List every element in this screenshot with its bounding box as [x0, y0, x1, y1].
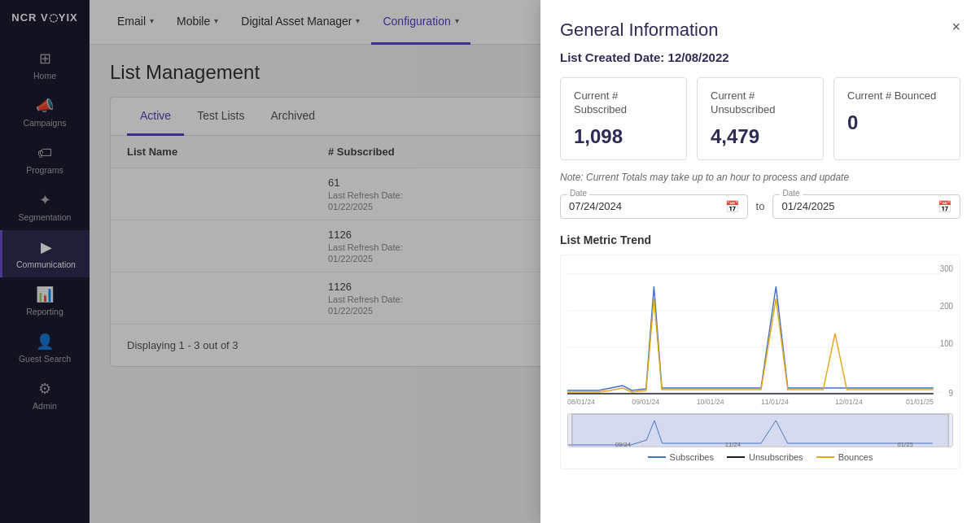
modal-note: Note: Current Totals may take up to an h…	[560, 172, 960, 183]
line-chart-svg: 300 200 100 9 08/01/24 09/01/24 10/01/24…	[567, 262, 953, 408]
legend-line-bounces	[816, 456, 834, 458]
mini-range-chart[interactable]: 09/24 11/24 01/25	[567, 413, 953, 447]
chart-area: 300 200 100 9 08/01/24 09/01/24 10/01/24…	[567, 262, 953, 408]
svg-text:200: 200	[940, 302, 953, 311]
svg-text:09/24: 09/24	[615, 441, 632, 447]
date-to-field[interactable]: Date 01/24/2025 📅	[772, 194, 960, 219]
date-to-value: 01/24/2025	[781, 200, 931, 212]
stat-card-subscribed: Current # Subscribed 1,098	[560, 77, 687, 160]
date-to-label: to	[756, 200, 765, 212]
legend-label-subscribes: Subscribes	[670, 452, 714, 462]
modal-close-button[interactable]: ×	[952, 20, 960, 34]
chart-legend: SubscribesUnsubscribesBounces	[567, 452, 953, 462]
svg-text:9: 9	[949, 389, 953, 398]
svg-text:09/01/24: 09/01/24	[632, 398, 659, 406]
svg-text:08/01/24: 08/01/24	[567, 398, 595, 406]
date-to-field-label: Date	[780, 189, 802, 198]
svg-text:300: 300	[940, 264, 953, 273]
stat-value-bounced: 0	[847, 111, 947, 134]
general-information-panel: General Information × List Created Date:…	[540, 0, 980, 523]
legend-item-subscribes: Subscribes	[648, 452, 714, 462]
stat-label-subscribed: Current # Subscribed	[574, 89, 673, 117]
stat-value-subscribed: 1,098	[574, 125, 673, 148]
calendar-to-icon: 📅	[938, 200, 952, 213]
date-from-value: 07/24/2024	[569, 200, 719, 212]
modal-title: General Information	[560, 20, 718, 41]
legend-label-bounces: Bounces	[838, 452, 873, 462]
svg-text:11/24: 11/24	[725, 441, 742, 447]
svg-text:10/01/24: 10/01/24	[697, 398, 724, 406]
date-from-label: Date	[567, 189, 589, 198]
stat-label-bounced: Current # Bounced	[847, 89, 947, 103]
legend-line-subscribes	[648, 456, 666, 458]
chart-title: List Metric Trend	[560, 233, 960, 246]
legend-line-unsubscribes	[727, 456, 745, 458]
legend-label-unsubscribes: Unsubscribes	[749, 452, 803, 462]
stats-cards-row: Current # Subscribed 1,098 Current # Uns…	[560, 77, 960, 160]
stat-label-unsubscribed: Current # Unsubscribed	[711, 89, 810, 117]
svg-text:100: 100	[940, 339, 953, 348]
legend-item-unsubscribes: Unsubscribes	[727, 452, 803, 462]
date-from-field[interactable]: Date 07/24/2024 📅	[560, 194, 748, 219]
svg-text:11/01/24: 11/01/24	[761, 398, 789, 406]
svg-text:01/01/25: 01/01/25	[906, 398, 934, 406]
calendar-from-icon: 📅	[725, 200, 739, 213]
modal-created-date: List Created Date: 12/08/2022	[560, 50, 960, 64]
legend-item-bounces: Bounces	[816, 452, 873, 462]
stat-card-bounced: Current # Bounced 0	[833, 77, 960, 160]
chart-wrapper: 300 200 100 9 08/01/24 09/01/24 10/01/24…	[560, 255, 960, 469]
svg-text:01/25: 01/25	[898, 441, 914, 447]
date-range-row: Date 07/24/2024 📅 to Date 01/24/2025 📅	[560, 194, 960, 219]
stat-card-unsubscribed: Current # Unsubscribed 4,479	[697, 77, 824, 160]
stat-value-unsubscribed: 4,479	[711, 125, 810, 148]
svg-text:12/01/24: 12/01/24	[835, 398, 863, 406]
modal-header: General Information ×	[560, 20, 960, 41]
